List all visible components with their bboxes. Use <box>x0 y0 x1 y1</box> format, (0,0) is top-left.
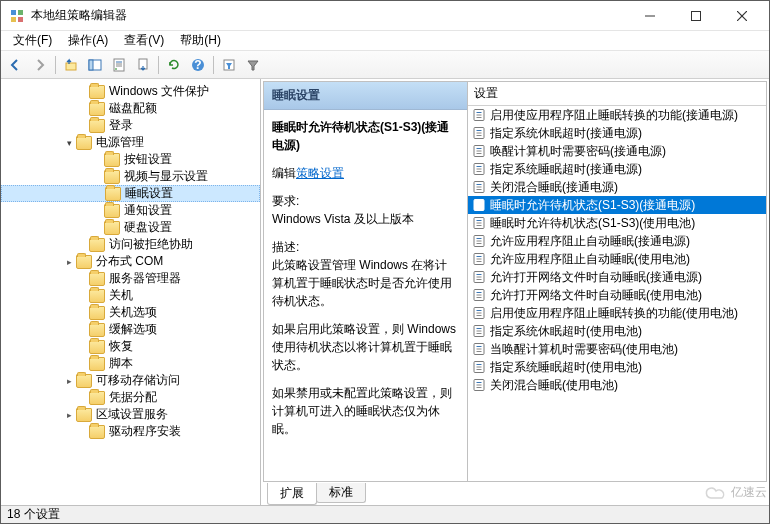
tree-label: 凭据分配 <box>109 389 157 406</box>
close-button[interactable] <box>719 1 765 31</box>
edit-policy-link[interactable]: 策略设置 <box>296 166 344 180</box>
policy-icon <box>472 234 486 248</box>
list-item[interactable]: 启用使应用程序阻止睡眠转换的功能(使用电池) <box>468 304 766 322</box>
up-button[interactable] <box>60 54 82 76</box>
properties-button[interactable] <box>108 54 130 76</box>
tree-node[interactable]: 通知设置 <box>1 202 260 219</box>
expand-icon[interactable]: ▸ <box>63 409 75 421</box>
tree-label: 电源管理 <box>96 134 144 151</box>
list-item[interactable]: 关闭混合睡眠(接通电源) <box>468 178 766 196</box>
requirements: 要求: Windows Vista 及以上版本 <box>272 192 459 228</box>
tree-label: 关机选项 <box>109 304 157 321</box>
menu-item[interactable]: 操作(A) <box>60 30 116 51</box>
list-item[interactable]: 睡眠时允许待机状态(S1-S3)(使用电池) <box>468 214 766 232</box>
tree-node[interactable]: 脚本 <box>1 355 260 372</box>
list-item[interactable]: 允许应用程序阻止自动睡眠(使用电池) <box>468 250 766 268</box>
tree-node[interactable]: ▸分布式 COM <box>1 253 260 270</box>
app-icon <box>9 8 25 24</box>
filter-button[interactable] <box>242 54 264 76</box>
list-item[interactable]: 睡眠时允许待机状态(S1-S3)(接通电源) <box>468 196 766 214</box>
tree-label: 区域设置服务 <box>96 406 168 423</box>
list-item[interactable]: 指定系统休眠超时(使用电池) <box>468 322 766 340</box>
policy-icon <box>472 360 486 374</box>
tree-node[interactable]: 睡眠设置 <box>1 185 260 202</box>
tree-node[interactable]: 访问被拒绝协助 <box>1 236 260 253</box>
list-item[interactable]: 指定系统睡眠超时(使用电池) <box>468 358 766 376</box>
selected-setting-title: 睡眠时允许待机状态(S1-S3)(接通电源) <box>272 118 459 154</box>
list-item[interactable]: 允许应用程序阻止自动睡眠(接通电源) <box>468 232 766 250</box>
tree-node[interactable]: 登录 <box>1 117 260 134</box>
tree-label: 可移动存储访问 <box>96 372 180 389</box>
tree-pane[interactable]: Windows 文件保护磁盘配额登录▾电源管理按钮设置视频与显示设置睡眠设置通知… <box>1 79 261 505</box>
policy-icon <box>472 108 486 122</box>
help-button[interactable]: ? <box>187 54 209 76</box>
menu-item[interactable]: 文件(F) <box>5 30 60 51</box>
tree-node[interactable]: ▾电源管理 <box>1 134 260 151</box>
expand-icon[interactable]: ▸ <box>63 375 75 387</box>
list-item[interactable]: 当唤醒计算机时需要密码(使用电池) <box>468 340 766 358</box>
policy-icon <box>472 324 486 338</box>
svg-rect-10 <box>89 60 93 70</box>
tree-node[interactable]: 磁盘配额 <box>1 100 260 117</box>
export-button[interactable] <box>132 54 154 76</box>
toolbar: ? <box>1 51 769 79</box>
tree-node[interactable]: 凭据分配 <box>1 389 260 406</box>
list-header[interactable]: 设置 <box>468 82 766 106</box>
tree-node[interactable]: 视频与显示设置 <box>1 168 260 185</box>
minimize-button[interactable] <box>627 1 673 31</box>
tree-label: 脚本 <box>109 355 133 372</box>
no-toggle <box>76 273 88 285</box>
tree-node[interactable]: ▸区域设置服务 <box>1 406 260 423</box>
tree-node[interactable]: 恢复 <box>1 338 260 355</box>
show-hide-tree-button[interactable] <box>84 54 106 76</box>
tree-node[interactable]: ▸可移动存储访问 <box>1 372 260 389</box>
tree-label: Windows 文件保护 <box>109 83 209 100</box>
policy-icon <box>472 144 486 158</box>
description-p3: 如果禁用或未配置此策略设置，则计算机可进入的睡眠状态仅为休眠。 <box>272 386 452 436</box>
no-toggle <box>76 426 88 438</box>
tree-node[interactable]: 关机 <box>1 287 260 304</box>
no-toggle <box>91 171 103 183</box>
policy-icon <box>472 342 486 356</box>
tree-node[interactable]: 缓解选项 <box>1 321 260 338</box>
settings-list-column: 设置 启用使应用程序阻止睡眠转换的功能(接通电源)指定系统休眠超时(接通电源)唤… <box>468 82 766 481</box>
folder-icon <box>76 408 92 422</box>
tree-label: 视频与显示设置 <box>124 168 208 185</box>
list-item[interactable]: 允许打开网络文件时自动睡眠(使用电池) <box>468 286 766 304</box>
tree-node[interactable]: 服务器管理器 <box>1 270 260 287</box>
settings-list[interactable]: 启用使应用程序阻止睡眠转换的功能(接通电源)指定系统休眠超时(接通电源)唤醒计算… <box>468 106 766 481</box>
list-item-label: 指定系统休眠超时(使用电池) <box>490 323 642 340</box>
tree-label: 登录 <box>109 117 133 134</box>
menu-item[interactable]: 帮助(H) <box>172 30 229 51</box>
requirements-label: 要求: <box>272 194 299 208</box>
list-item[interactable]: 关闭混合睡眠(使用电池) <box>468 376 766 394</box>
tab[interactable]: 标准 <box>316 483 366 503</box>
maximize-button[interactable] <box>673 1 719 31</box>
list-item[interactable]: 允许打开网络文件时自动睡眠(接通电源) <box>468 268 766 286</box>
tree-node[interactable]: Windows 文件保护 <box>1 83 260 100</box>
tree-node[interactable]: 关机选项 <box>1 304 260 321</box>
forward-button[interactable] <box>29 54 51 76</box>
back-button[interactable] <box>5 54 27 76</box>
refresh-button[interactable] <box>163 54 185 76</box>
menu-item[interactable]: 查看(V) <box>116 30 172 51</box>
tree-node[interactable]: 按钮设置 <box>1 151 260 168</box>
tree-label: 驱动程序安装 <box>109 423 181 440</box>
folder-icon <box>76 255 92 269</box>
list-item[interactable]: 启用使应用程序阻止睡眠转换的功能(接通电源) <box>468 106 766 124</box>
no-toggle <box>76 239 88 251</box>
expand-icon[interactable]: ▸ <box>63 256 75 268</box>
detail-body: 睡眠时允许待机状态(S1-S3)(接通电源) 编辑策略设置 要求: Window… <box>264 110 467 481</box>
list-item[interactable]: 指定系统睡眠超时(接通电源) <box>468 160 766 178</box>
collapse-icon[interactable]: ▾ <box>63 137 75 149</box>
tree-node[interactable]: 驱动程序安装 <box>1 423 260 440</box>
policy-icon <box>472 270 486 284</box>
list-item[interactable]: 指定系统休眠超时(接通电源) <box>468 124 766 142</box>
tree-label: 分布式 COM <box>96 253 163 270</box>
filter-options-button[interactable] <box>218 54 240 76</box>
no-toggle <box>76 307 88 319</box>
tree-label: 恢复 <box>109 338 133 355</box>
tree-node[interactable]: 硬盘设置 <box>1 219 260 236</box>
list-item[interactable]: 唤醒计算机时需要密码(接通电源) <box>468 142 766 160</box>
tab[interactable]: 扩展 <box>267 483 317 505</box>
